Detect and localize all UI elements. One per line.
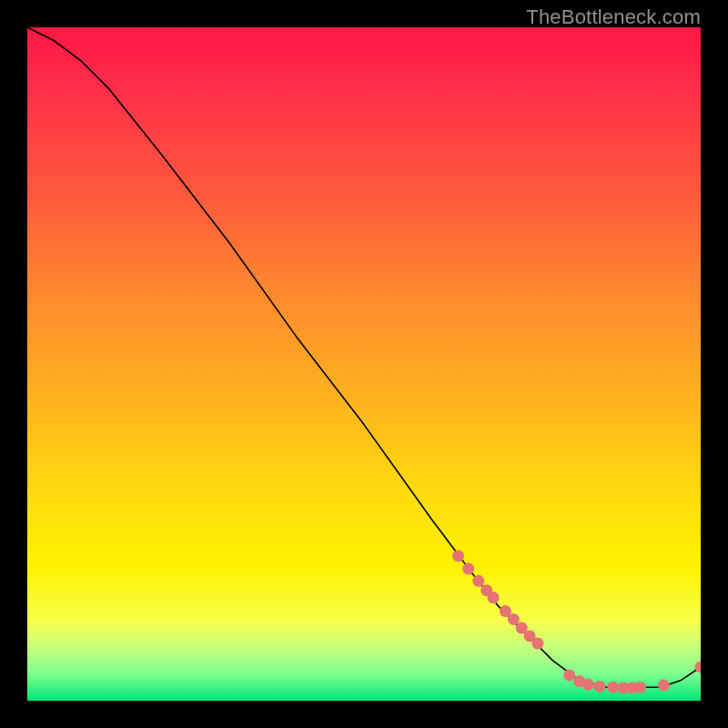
data-point-marker <box>531 638 543 650</box>
data-point-marker <box>563 669 575 681</box>
data-point-marker <box>488 592 500 603</box>
data-point-marker <box>658 679 670 691</box>
marker-group <box>452 550 701 693</box>
chart-stage: TheBottleneck.com <box>0 0 728 728</box>
data-point-marker <box>594 681 606 693</box>
data-point-marker <box>634 682 646 693</box>
data-point-marker <box>472 575 484 587</box>
plot-area <box>27 27 701 701</box>
chart-svg <box>27 27 701 701</box>
data-point-marker <box>508 613 520 625</box>
watermark-text: TheBottleneck.com <box>526 5 701 29</box>
data-point-marker <box>582 679 594 691</box>
data-point-marker <box>452 550 464 561</box>
data-point-marker <box>462 562 474 574</box>
bottleneck-curve <box>27 27 701 687</box>
data-point-marker <box>607 682 619 693</box>
